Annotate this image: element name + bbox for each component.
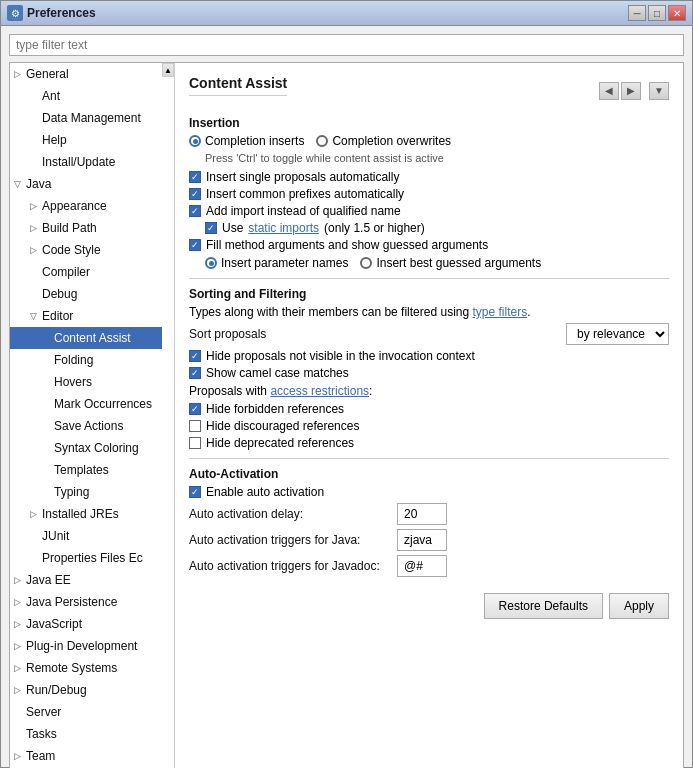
preferences-window: ⚙ Preferences ─ □ ✕ ▷ General (0, 0, 693, 768)
sidebar-item-install-update[interactable]: Install/Update (10, 151, 162, 173)
hide-discouraged-label[interactable]: Hide discouraged references (206, 419, 359, 433)
completion-overwrites-radio[interactable] (316, 135, 328, 147)
apply-button[interactable]: Apply (609, 593, 669, 619)
common-prefixes-label[interactable]: Insert common prefixes automatically (206, 187, 404, 201)
static-imports-label[interactable]: Use static imports (only 1.5 or higher) (222, 221, 425, 235)
expand-arrow (30, 87, 42, 105)
hide-not-visible-label[interactable]: Hide proposals not visible in the invoca… (206, 349, 475, 363)
sidebar-item-content-assist[interactable]: Content Assist (10, 327, 162, 349)
best-guessed-radio[interactable] (360, 257, 372, 269)
restore-button[interactable]: □ (648, 5, 666, 21)
static-imports-link[interactable]: static imports (248, 221, 319, 235)
hide-forbidden-label[interactable]: Hide forbidden references (206, 402, 344, 416)
hide-not-visible-checkbox[interactable] (189, 350, 201, 362)
insertion-section-label: Insertion (189, 116, 669, 130)
sidebar-item-editor[interactable]: ▽ Editor (10, 305, 162, 327)
sidebar-item-debug[interactable]: Debug (10, 283, 162, 305)
sidebar-item-typing[interactable]: Typing (10, 481, 162, 503)
sidebar-item-compiler[interactable]: Compiler (10, 261, 162, 283)
sidebar-item-team[interactable]: ▷ Team (10, 745, 162, 767)
restore-defaults-button[interactable]: Restore Defaults (484, 593, 603, 619)
common-prefixes-checkbox[interactable] (189, 188, 201, 200)
sidebar-item-remote-systems[interactable]: ▷ Remote Systems (10, 657, 162, 679)
sidebar-item-run-debug[interactable]: ▷ Run/Debug (10, 679, 162, 701)
sidebar-item-junit[interactable]: JUnit (10, 525, 162, 547)
sidebar-item-java[interactable]: ▽ Java (10, 173, 162, 195)
expand-arrow: ▷ (14, 65, 26, 83)
hide-deprecated-label[interactable]: Hide deprecated references (206, 436, 354, 450)
sidebar-item-hovers[interactable]: Hovers (10, 371, 162, 393)
completion-overwrites-option[interactable]: Completion overwrites (316, 134, 451, 148)
add-import-label[interactable]: Add import instead of qualified name (206, 204, 401, 218)
fill-method-label[interactable]: Fill method arguments and show guessed a… (206, 238, 488, 252)
parameter-names-option[interactable]: Insert parameter names (205, 256, 348, 270)
hide-forbidden-checkbox[interactable] (189, 403, 201, 415)
java-triggers-label: Auto activation triggers for Java: (189, 533, 389, 547)
camel-case-row: Show camel case matches (189, 366, 669, 380)
panel-header: Content Assist ◀ ▶ ▼ (189, 75, 669, 106)
sidebar-item-code-style[interactable]: ▷ Code Style (10, 239, 162, 261)
completion-inserts-option[interactable]: Completion inserts (189, 134, 304, 148)
single-proposals-checkbox[interactable] (189, 171, 201, 183)
hide-discouraged-row: Hide discouraged references (189, 419, 669, 433)
parameter-radio-row: Insert parameter names Insert best guess… (205, 256, 669, 270)
sidebar-item-tasks[interactable]: Tasks (10, 723, 162, 745)
sidebar-item-java-ee[interactable]: ▷ Java EE (10, 569, 162, 591)
completion-inserts-radio[interactable] (189, 135, 201, 147)
hide-deprecated-row: Hide deprecated references (189, 436, 669, 450)
enable-auto-checkbox[interactable] (189, 486, 201, 498)
auto-activation-section-label: Auto-Activation (189, 467, 669, 481)
camel-case-label[interactable]: Show camel case matches (206, 366, 349, 380)
sidebar-item-installed-jres[interactable]: ▷ Installed JREs (10, 503, 162, 525)
best-guessed-option[interactable]: Insert best guessed arguments (360, 256, 541, 270)
sidebar-item-data-management[interactable]: Data Management (10, 107, 162, 129)
sidebar-item-syntax-coloring[interactable]: Syntax Coloring (10, 437, 162, 459)
sort-proposals-row: Sort proposals by relevance (189, 323, 669, 345)
enable-auto-row: Enable auto activation (189, 485, 669, 499)
javadoc-triggers-label: Auto activation triggers for Javadoc: (189, 559, 389, 573)
sidebar-item-appearance[interactable]: ▷ Appearance (10, 195, 162, 217)
sidebar-item-java-persistence[interactable]: ▷ Java Persistence (10, 591, 162, 613)
sidebar-item-javascript[interactable]: ▷ JavaScript (10, 613, 162, 635)
sidebar-item-help[interactable]: Help (10, 129, 162, 151)
hide-deprecated-checkbox[interactable] (189, 437, 201, 449)
minimize-button[interactable]: ─ (628, 5, 646, 21)
hide-discouraged-checkbox[interactable] (189, 420, 201, 432)
parameter-names-radio[interactable] (205, 257, 217, 269)
sidebar-item-general[interactable]: ▷ General (10, 63, 162, 85)
sidebar-item-properties-files[interactable]: Properties Files Ec (10, 547, 162, 569)
scroll-up-arrow[interactable]: ▲ (162, 63, 174, 77)
sidebar-item-plugin-development[interactable]: ▷ Plug-in Development (10, 635, 162, 657)
completion-radio-row: Completion inserts Completion overwrites (189, 134, 669, 148)
sort-select-input[interactable]: by relevance (566, 323, 669, 345)
nav-menu-button[interactable]: ▼ (649, 82, 669, 100)
add-import-checkbox[interactable] (189, 205, 201, 217)
enable-auto-label[interactable]: Enable auto activation (206, 485, 324, 499)
sidebar-item-mark-occurrences[interactable]: Mark Occurrences (10, 393, 162, 415)
type-filters-text: Types along with their members can be fi… (189, 305, 669, 319)
auto-delay-label: Auto activation delay: (189, 507, 389, 521)
sidebar-item-folding[interactable]: Folding (10, 349, 162, 371)
sidebar-item-templates[interactable]: Templates (10, 459, 162, 481)
sidebar-item-save-actions[interactable]: Save Actions (10, 415, 162, 437)
access-restrictions-link[interactable]: access restrictions (270, 384, 369, 398)
sidebar-item-build-path[interactable]: ▷ Build Path (10, 217, 162, 239)
nav-forward-button[interactable]: ▶ (621, 82, 641, 100)
camel-case-checkbox[interactable] (189, 367, 201, 379)
auto-delay-input[interactable] (397, 503, 447, 525)
static-imports-checkbox[interactable] (205, 222, 217, 234)
sort-proposals-label: Sort proposals (189, 327, 266, 341)
completion-overwrites-label: Completion overwrites (332, 134, 451, 148)
window-title: Preferences (27, 6, 96, 20)
nav-back-button[interactable]: ◀ (599, 82, 619, 100)
javadoc-triggers-input[interactable] (397, 555, 447, 577)
search-input[interactable] (9, 34, 684, 56)
sidebar-item-ant[interactable]: Ant (10, 85, 162, 107)
sidebar-item-server[interactable]: Server (10, 701, 162, 723)
fill-method-checkbox[interactable] (189, 239, 201, 251)
single-proposals-label[interactable]: Insert single proposals automatically (206, 170, 399, 184)
java-triggers-input[interactable] (397, 529, 447, 551)
close-button[interactable]: ✕ (668, 5, 686, 21)
hide-not-visible-row: Hide proposals not visible in the invoca… (189, 349, 669, 363)
type-filters-link[interactable]: type filters (472, 305, 527, 319)
